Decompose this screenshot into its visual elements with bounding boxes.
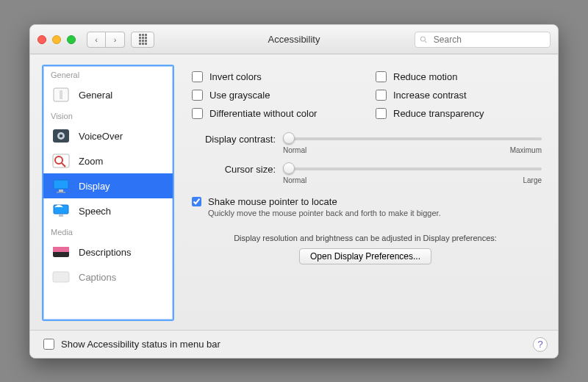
checkbox-label: Use grayscale xyxy=(209,90,270,101)
diff-without-color-checkbox[interactable]: Differentiate without color xyxy=(189,106,358,121)
back-button[interactable]: ‹ xyxy=(87,32,106,48)
sidebar-item-descriptions[interactable]: Descriptions xyxy=(43,239,173,264)
checkbox-label: Increase contrast xyxy=(393,90,467,101)
open-display-preferences-button[interactable]: Open Display Preferences... xyxy=(299,248,431,264)
nav-buttons: ‹ › xyxy=(87,32,125,48)
sidebar-item-label: Descriptions xyxy=(79,247,132,258)
display-contrast-row: Display contrast: NormalMaximum xyxy=(189,133,542,154)
preferences-window: ‹ › Accessibility General General xyxy=(29,24,559,358)
svg-rect-17 xyxy=(53,272,69,282)
svg-point-6 xyxy=(60,134,63,138)
close-window-button[interactable] xyxy=(37,35,46,44)
checkbox-label: Invert colors xyxy=(209,71,262,82)
shake-pointer-row: Shake mouse pointer to locate Quickly mo… xyxy=(189,196,542,217)
zoom-icon xyxy=(51,151,71,170)
forward-button[interactable]: › xyxy=(106,32,125,48)
slider-thumb[interactable] xyxy=(283,132,295,144)
reduce-transparency-checkbox[interactable]: Reduce transparency xyxy=(373,106,542,121)
sidebar-item-speech[interactable]: Speech xyxy=(43,198,173,223)
search-field[interactable] xyxy=(415,32,551,48)
slider-label: Cursor size: xyxy=(189,163,276,175)
cursor-size-slider[interactable] xyxy=(283,167,542,170)
cursor-size-row: Cursor size: NormalLarge xyxy=(189,163,542,184)
sidebar-item-captions[interactable]: Captions xyxy=(43,264,173,289)
display-icon xyxy=(51,176,71,195)
sidebar-item-voiceover[interactable]: VoiceOver xyxy=(43,123,173,148)
sidebar-item-label: VoiceOver xyxy=(79,131,123,142)
display-contrast-slider[interactable] xyxy=(283,137,542,140)
checkbox-grid: Invert colors Reduce motion Use grayscal… xyxy=(189,69,542,121)
titlebar: ‹ › Accessibility xyxy=(30,25,558,54)
category-sidebar[interactable]: General General Vision VoiceOver Zoom xyxy=(42,65,174,321)
sidebar-item-zoom[interactable]: Zoom xyxy=(43,148,173,173)
detail-pane: Invert colors Reduce motion Use grayscal… xyxy=(184,65,546,321)
chevron-left-icon: ‹ xyxy=(95,35,98,44)
display-prefs-note: Display resolution and brightness can be… xyxy=(189,234,542,242)
sidebar-item-general[interactable]: General xyxy=(43,82,173,107)
slider-max-label: Maximum xyxy=(510,146,542,154)
sidebar-item-label: Zoom xyxy=(79,156,103,167)
help-icon: ? xyxy=(537,339,542,350)
search-icon xyxy=(420,35,428,44)
svg-rect-11 xyxy=(59,190,63,192)
checkbox-label: Reduce transparency xyxy=(393,108,484,119)
checkbox-label: Show Accessibility status in menu bar xyxy=(61,339,220,350)
show-all-button[interactable] xyxy=(131,32,154,48)
invert-colors-checkbox[interactable]: Invert colors xyxy=(189,69,358,84)
shake-pointer-checkbox[interactable] xyxy=(192,197,201,206)
bottom-bar: Show Accessibility status in menu bar ? xyxy=(30,330,558,358)
zoom-window-button[interactable] xyxy=(67,35,76,44)
voiceover-icon xyxy=(51,126,71,145)
shake-pointer-subtext: Quickly move the mouse pointer back and … xyxy=(208,209,441,217)
checkbox-label: Differentiate without color xyxy=(209,108,317,119)
slider-min-label: Normal xyxy=(283,176,306,184)
svg-rect-16 xyxy=(53,247,69,252)
slider-min-label: Normal xyxy=(283,146,306,154)
svg-line-1 xyxy=(425,40,426,42)
grid-icon xyxy=(139,34,147,45)
slider-max-label: Large xyxy=(523,176,542,184)
general-icon xyxy=(51,85,71,104)
search-input[interactable] xyxy=(432,34,545,46)
increase-contrast-checkbox[interactable]: Increase contrast xyxy=(373,87,542,103)
slider-thumb[interactable] xyxy=(283,162,295,174)
descriptions-icon xyxy=(51,242,71,262)
sidebar-item-label: Display xyxy=(79,181,110,192)
svg-rect-10 xyxy=(54,180,68,189)
show-status-menubar-checkbox[interactable]: Show Accessibility status in menu bar xyxy=(40,336,220,352)
sidebar-section-general: General xyxy=(43,66,173,82)
sidebar-section-vision: Vision xyxy=(43,107,173,123)
window-controls xyxy=(37,35,76,44)
captions-icon xyxy=(51,267,71,286)
content-area: General General Vision VoiceOver Zoom xyxy=(30,54,558,330)
sidebar-item-label: Captions xyxy=(79,272,116,283)
checkbox-label: Reduce motion xyxy=(393,71,457,82)
sidebar-item-display[interactable]: Display xyxy=(43,173,173,198)
speech-icon xyxy=(51,201,71,220)
sidebar-section-media: Media xyxy=(43,223,173,239)
sidebar-item-label: Speech xyxy=(79,206,111,217)
reduce-motion-checkbox[interactable]: Reduce motion xyxy=(373,69,542,84)
svg-point-0 xyxy=(420,36,425,40)
help-button[interactable]: ? xyxy=(533,337,548,352)
slider-label: Display contrast: xyxy=(189,133,276,145)
use-grayscale-checkbox[interactable]: Use grayscale xyxy=(189,87,358,103)
chevron-right-icon: › xyxy=(114,35,117,44)
shake-pointer-label: Shake mouse pointer to locate xyxy=(208,196,441,207)
minimize-window-button[interactable] xyxy=(52,35,61,44)
svg-rect-3 xyxy=(60,90,62,99)
svg-rect-12 xyxy=(57,192,65,193)
sidebar-item-label: General xyxy=(79,90,112,101)
svg-rect-14 xyxy=(59,215,63,217)
